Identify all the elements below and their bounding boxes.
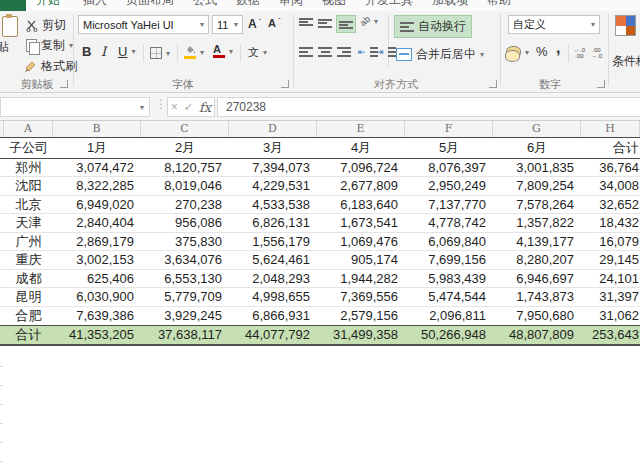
cell[interactable]: 合计 <box>4 326 53 344</box>
cell[interactable]: 8,019,046 <box>141 177 229 194</box>
ribbon-tab[interactable]: 帮助 <box>487 0 511 9</box>
cell[interactable]: 2,840,404 <box>53 214 141 231</box>
increase-indent-button[interactable]: ⇥ <box>376 47 396 57</box>
ribbon-tab[interactable]: 视图 <box>322 0 346 9</box>
formula-bar-splitter[interactable]: ⋮ <box>155 97 167 111</box>
phonetic-button[interactable]: 文 ▾ <box>248 45 267 60</box>
bold-button[interactable]: B <box>82 44 91 59</box>
cell[interactable]: 子公司 <box>4 138 53 158</box>
cell[interactable]: 6,553,130 <box>141 270 229 287</box>
cell[interactable]: 2,950,249 <box>405 177 493 194</box>
orientation-button[interactable]: ab ▾ <box>360 16 378 26</box>
cell[interactable]: 44,077,792 <box>229 326 317 344</box>
cell[interactable]: 2月 <box>141 138 229 158</box>
cell[interactable]: 8,280,207 <box>493 251 581 268</box>
cell[interactable]: 6,946,697 <box>493 270 581 287</box>
ribbon-tab[interactable]: 公式 <box>193 0 217 9</box>
cell[interactable]: 1,069,476 <box>317 233 405 250</box>
comma-style-button[interactable]: , <box>556 39 560 57</box>
font-size-combo[interactable]: 11 ▾ <box>212 15 243 34</box>
cell[interactable]: 32,652 <box>581 196 640 213</box>
align-bottom-button-active[interactable] <box>336 15 356 33</box>
cell[interactable]: 31,397 <box>581 288 640 305</box>
cell[interactable]: 7,137,770 <box>405 196 493 213</box>
font-color-button[interactable]: A ▾ <box>213 44 233 58</box>
format-painter-button[interactable]: 格式刷 <box>24 58 77 75</box>
confirm-entry-icon[interactable]: ✓ <box>183 100 193 114</box>
borders-button[interactable]: ▾ <box>150 47 170 59</box>
cell[interactable]: 1,743,873 <box>493 288 581 305</box>
grow-font-button[interactable]: Aˆ <box>248 17 261 31</box>
ribbon-tab[interactable]: 审阅 <box>279 0 303 9</box>
cell[interactable]: 7,096,724 <box>317 159 405 176</box>
cell[interactable]: 北京 <box>4 196 53 213</box>
cell[interactable]: 5,624,461 <box>229 251 317 268</box>
column-header-E[interactable]: E <box>317 121 405 137</box>
cell[interactable]: 7,639,386 <box>53 307 141 325</box>
number-dialog-launcher[interactable] <box>597 80 605 88</box>
cell[interactable]: 6,069,840 <box>405 233 493 250</box>
cell[interactable]: 375,830 <box>141 233 229 250</box>
cell[interactable]: 48,807,809 <box>493 326 581 344</box>
cell[interactable]: 5,983,439 <box>405 270 493 287</box>
file-tab[interactable] <box>0 0 26 11</box>
cell[interactable]: 34,008 <box>581 177 640 194</box>
wrap-text-button-active[interactable]: 自动换行 <box>394 15 472 38</box>
cell[interactable]: 41,353,205 <box>53 326 141 344</box>
conditional-formatting-button[interactable] <box>615 15 636 36</box>
cell[interactable]: 7,369,556 <box>317 288 405 305</box>
cell[interactable]: 50,266,948 <box>405 326 493 344</box>
cell[interactable]: 合计 <box>581 138 640 158</box>
cell[interactable]: 合肥 <box>4 307 53 325</box>
clipboard-dialog-launcher[interactable] <box>60 80 68 88</box>
cell[interactable]: 重庆 <box>4 251 53 268</box>
cell[interactable]: 956,086 <box>141 214 229 231</box>
cell[interactable]: 24,101 <box>581 270 640 287</box>
cell[interactable]: 7,394,073 <box>229 159 317 176</box>
cell[interactable]: 7,578,264 <box>493 196 581 213</box>
cell[interactable]: 郑州 <box>4 159 53 176</box>
cell[interactable]: 2,677,809 <box>317 177 405 194</box>
font-dialog-launcher[interactable] <box>281 80 289 88</box>
ribbon-tab[interactable]: 页面布局 <box>126 0 174 9</box>
cell[interactable]: 3,001,835 <box>493 159 581 176</box>
column-header-G[interactable]: G <box>493 121 581 137</box>
column-header-B[interactable]: B <box>53 121 141 137</box>
paste-button-label[interactable]: 粘贴 <box>0 39 15 56</box>
name-box[interactable]: ▾ <box>0 97 150 117</box>
cell[interactable]: 1,944,282 <box>317 270 405 287</box>
cell[interactable]: 1,556,179 <box>229 233 317 250</box>
percent-style-button[interactable]: % <box>536 44 548 59</box>
align-left-button[interactable] <box>299 47 313 57</box>
ribbon-tab[interactable]: 数据 <box>236 0 260 9</box>
italic-button[interactable]: I <box>101 44 106 59</box>
cell[interactable]: 29,145 <box>581 251 640 268</box>
cell[interactable]: 625,406 <box>53 270 141 287</box>
cut-button[interactable]: 剪切 <box>26 17 66 34</box>
cell[interactable]: 36,764 <box>581 159 640 176</box>
cell[interactable]: 6,866,931 <box>229 307 317 325</box>
cell[interactable]: 天津 <box>4 214 53 231</box>
cell[interactable]: 270,238 <box>141 196 229 213</box>
column-header-F[interactable]: F <box>405 121 493 137</box>
cell[interactable]: 4,229,531 <box>229 177 317 194</box>
cell[interactable]: 4月 <box>317 138 405 158</box>
cell[interactable]: 2,869,179 <box>53 233 141 250</box>
cell[interactable]: 3,002,153 <box>53 251 141 268</box>
cell[interactable]: 1月 <box>53 138 141 158</box>
cell[interactable]: 1,357,822 <box>493 214 581 231</box>
decrease-decimal-button[interactable]: .00 →.0 <box>591 47 602 59</box>
paste-button[interactable] <box>2 16 18 37</box>
cell[interactable]: 8,322,285 <box>53 177 141 194</box>
cell[interactable]: 905,174 <box>317 251 405 268</box>
ribbon-tab[interactable]: 加载项 <box>432 0 468 9</box>
cell[interactable]: 7,809,254 <box>493 177 581 194</box>
cell[interactable]: 31,499,358 <box>317 326 405 344</box>
merge-center-button[interactable]: 合并后居中 ▾ <box>396 46 484 63</box>
cell[interactable]: 3,634,076 <box>141 251 229 268</box>
column-header-A[interactable]: A <box>4 121 53 137</box>
align-middle-button[interactable] <box>318 18 332 28</box>
underline-button[interactable]: U▾ <box>118 44 135 59</box>
increase-decimal-button[interactable]: ←.0 .00 <box>574 47 585 59</box>
cell[interactable]: 18,432 <box>581 214 640 231</box>
